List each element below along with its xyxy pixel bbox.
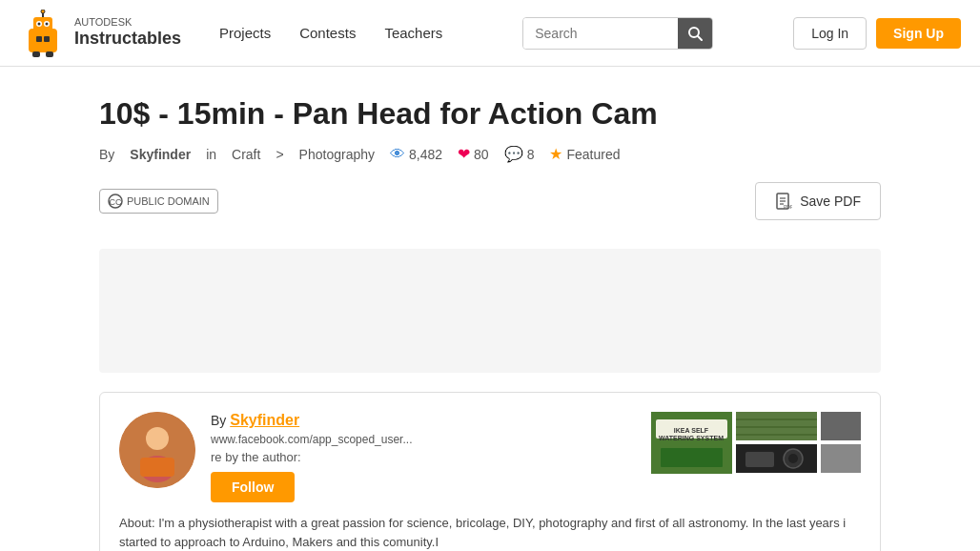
main-content: 10$ - 15min - Pan Head for Action Cam By…: [80, 67, 900, 551]
action-row: CC PUBLIC DOMAIN PDF Save PDF: [99, 182, 881, 220]
logo-text: AUTODESK Instructables: [74, 16, 181, 50]
site-name: Instructables: [74, 29, 181, 50]
header-actions: Log In Sign Up: [793, 17, 961, 50]
brand-name: AUTODESK: [74, 16, 181, 29]
views-item: 👁 8,482: [390, 146, 442, 163]
nav-projects[interactable]: Projects: [219, 25, 271, 41]
search-box: [522, 17, 713, 50]
svg-rect-9: [44, 36, 50, 42]
nav-teachers[interactable]: Teachers: [384, 25, 442, 41]
login-button[interactable]: Log In: [793, 17, 867, 50]
svg-line-13: [698, 36, 702, 40]
meta-row: By Skyfinder in Craft > Photography 👁 8,…: [99, 145, 881, 163]
category-separator: >: [276, 147, 283, 162]
category-link[interactable]: Craft: [232, 147, 260, 162]
svg-point-37: [788, 454, 798, 463]
thumb-4: [821, 412, 861, 440]
cc-icon: CC: [108, 194, 123, 209]
heart-icon: ❤: [458, 145, 470, 163]
main-nav: Projects Contests Teachers: [219, 25, 442, 41]
subcategory-link[interactable]: Photography: [299, 147, 375, 162]
thumb-3: [736, 444, 817, 473]
svg-rect-39: [821, 444, 861, 473]
avatar-image: [119, 412, 195, 488]
svg-rect-38: [821, 412, 861, 440]
follow-button[interactable]: Follow: [211, 472, 295, 502]
author-thumbnails: IKEA SELF WATERING SYSTEM: [651, 412, 861, 474]
project-image-area: [99, 249, 881, 373]
svg-text:PDF: PDF: [784, 204, 792, 210]
header: AUTODESK Instructables Projects Contests…: [0, 0, 980, 67]
project-title: 10$ - 15min - Pan Head for Action Cam: [99, 95, 881, 132]
in-label: in: [206, 147, 216, 162]
license-badge: CC PUBLIC DOMAIN: [99, 189, 218, 214]
logo-icon: [19, 10, 67, 57]
svg-rect-35: [745, 452, 774, 467]
save-pdf-label: Save PDF: [800, 194, 861, 209]
svg-text:CC: CC: [110, 197, 122, 207]
license-text: PUBLIC DOMAIN: [127, 195, 210, 207]
featured-label: Featured: [566, 147, 620, 162]
star-icon: ★: [549, 145, 562, 163]
author-by-label: By Skyfinder: [211, 412, 636, 429]
comments-count: 8: [527, 147, 535, 162]
svg-point-22: [146, 427, 169, 450]
svg-point-7: [41, 10, 45, 13]
comments-item: 💬 8: [504, 145, 535, 163]
svg-rect-11: [46, 51, 53, 57]
svg-point-4: [38, 22, 41, 25]
svg-rect-24: [140, 458, 174, 477]
logo-link[interactable]: AUTODESK Instructables: [19, 10, 191, 57]
signup-button[interactable]: Sign Up: [876, 18, 961, 49]
featured-item: ★ Featured: [549, 145, 620, 163]
author-name-link[interactable]: Skyfinder: [230, 412, 299, 428]
search-button[interactable]: [678, 18, 712, 49]
search-area: [461, 17, 774, 50]
author-link[interactable]: Skyfinder: [130, 147, 191, 162]
search-icon: [687, 26, 703, 41]
svg-rect-29: [661, 448, 723, 467]
svg-rect-1: [33, 17, 52, 32]
author-card: By Skyfinder www.facebook.com/app_scoped…: [99, 392, 881, 551]
search-input[interactable]: [523, 18, 678, 49]
author-bio: About: I'm a physiotherapist with a grea…: [119, 514, 861, 551]
pdf-icon: PDF: [775, 193, 792, 210]
thumb-1: IKEA SELF WATERING SYSTEM: [651, 412, 732, 474]
author-share-note: re by the author:: [211, 450, 636, 464]
thumb-2: [736, 412, 817, 440]
nav-contests[interactable]: Contests: [299, 25, 356, 41]
likes-item: ❤ 80: [458, 145, 489, 163]
thumb-5: [821, 444, 861, 473]
svg-text:WATERING SYSTEM: WATERING SYSTEM: [659, 435, 724, 441]
comment-icon: 💬: [504, 145, 523, 163]
author-info: By Skyfinder www.facebook.com/app_scoped…: [211, 412, 636, 502]
likes-count: 80: [474, 147, 489, 162]
svg-text:IKEA SELF: IKEA SELF: [674, 427, 709, 434]
author-facebook-link: www.facebook.com/app_scoped_user...: [211, 433, 636, 446]
save-pdf-button[interactable]: PDF Save PDF: [755, 182, 881, 220]
svg-rect-8: [36, 36, 42, 42]
by-label: By: [99, 147, 114, 162]
by-text: By: [211, 413, 226, 428]
author-top: By Skyfinder www.facebook.com/app_scoped…: [119, 412, 861, 502]
author-avatar: [119, 412, 195, 488]
views-count: 8,482: [409, 147, 442, 162]
eye-icon: 👁: [390, 146, 405, 163]
svg-point-5: [46, 22, 49, 25]
svg-rect-10: [32, 51, 40, 57]
